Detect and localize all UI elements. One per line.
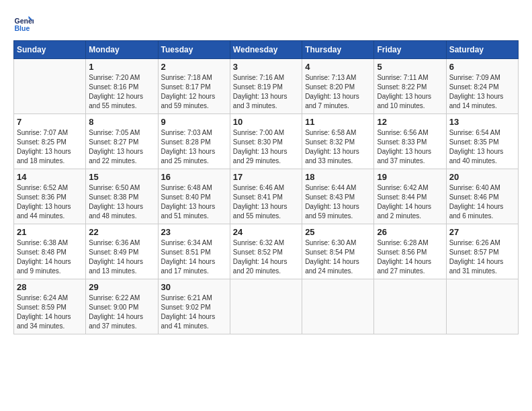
day-number: 5 (377, 62, 443, 72)
day-info: Sunrise: 6:44 AM Sunset: 8:43 PM Dayligh… (305, 183, 371, 221)
day-number: 1 (89, 62, 154, 72)
calendar-cell: 8Sunrise: 7:05 AM Sunset: 8:27 PM Daylig… (86, 114, 158, 169)
day-number: 24 (233, 227, 299, 237)
calendar-cell: 6Sunrise: 7:09 AM Sunset: 8:24 PM Daylig… (446, 59, 518, 114)
day-number: 15 (89, 172, 154, 182)
day-number: 7 (17, 117, 83, 127)
calendar-cell: 25Sunrise: 6:30 AM Sunset: 8:54 PM Dayli… (302, 224, 374, 279)
day-info: Sunrise: 7:00 AM Sunset: 8:30 PM Dayligh… (233, 128, 299, 166)
calendar-cell: 5Sunrise: 7:11 AM Sunset: 8:22 PM Daylig… (374, 59, 446, 114)
day-number: 22 (89, 227, 154, 237)
day-info: Sunrise: 6:56 AM Sunset: 8:33 PM Dayligh… (377, 128, 443, 166)
day-info: Sunrise: 6:58 AM Sunset: 8:32 PM Dayligh… (305, 128, 371, 166)
weekday-header: Thursday (302, 41, 374, 59)
calendar-cell: 18Sunrise: 6:44 AM Sunset: 8:43 PM Dayli… (302, 169, 374, 224)
calendar-cell: 20Sunrise: 6:40 AM Sunset: 8:46 PM Dayli… (446, 169, 518, 224)
calendar-cell: 2Sunrise: 7:18 AM Sunset: 8:17 PM Daylig… (158, 59, 230, 114)
day-info: Sunrise: 6:42 AM Sunset: 8:44 PM Dayligh… (377, 183, 443, 221)
calendar-cell: 4Sunrise: 7:13 AM Sunset: 8:20 PM Daylig… (302, 59, 374, 114)
svg-text:Blue: Blue (15, 24, 30, 32)
day-info: Sunrise: 7:11 AM Sunset: 8:22 PM Dayligh… (377, 73, 443, 111)
day-number: 19 (377, 172, 443, 182)
weekday-header: Wednesday (230, 41, 302, 59)
day-info: Sunrise: 7:07 AM Sunset: 8:25 PM Dayligh… (17, 128, 83, 166)
day-number: 21 (17, 227, 83, 237)
calendar-cell: 14Sunrise: 6:52 AM Sunset: 8:36 PM Dayli… (14, 169, 86, 224)
day-number: 20 (449, 172, 515, 182)
day-info: Sunrise: 7:03 AM Sunset: 8:28 PM Dayligh… (161, 128, 227, 166)
calendar-table: SundayMondayTuesdayWednesdayThursdayFrid… (13, 40, 519, 334)
calendar-cell (230, 279, 302, 334)
calendar-cell: 29Sunrise: 6:22 AM Sunset: 9:00 PM Dayli… (86, 279, 158, 334)
weekday-header: Sunday (14, 41, 86, 59)
calendar-cell (374, 279, 446, 334)
calendar-cell: 15Sunrise: 6:50 AM Sunset: 8:38 PM Dayli… (86, 169, 158, 224)
weekday-header: Tuesday (158, 41, 230, 59)
weekday-header-row: SundayMondayTuesdayWednesdayThursdayFrid… (14, 41, 519, 59)
calendar-cell: 27Sunrise: 6:26 AM Sunset: 8:57 PM Dayli… (446, 224, 518, 279)
day-info: Sunrise: 6:30 AM Sunset: 8:54 PM Dayligh… (305, 238, 371, 276)
day-number: 8 (89, 117, 154, 127)
day-info: Sunrise: 6:38 AM Sunset: 8:48 PM Dayligh… (17, 238, 83, 276)
calendar-cell (302, 279, 374, 334)
logo: General Blue (13, 13, 35, 34)
calendar-cell: 7Sunrise: 7:07 AM Sunset: 8:25 PM Daylig… (14, 114, 86, 169)
day-info: Sunrise: 6:50 AM Sunset: 8:38 PM Dayligh… (89, 183, 154, 221)
day-number: 13 (449, 117, 515, 127)
calendar-week-row: 14Sunrise: 6:52 AM Sunset: 8:36 PM Dayli… (14, 169, 519, 224)
day-number: 2 (161, 62, 227, 72)
calendar-cell: 1Sunrise: 7:20 AM Sunset: 8:16 PM Daylig… (86, 59, 158, 114)
calendar-week-row: 1Sunrise: 7:20 AM Sunset: 8:16 PM Daylig… (14, 59, 519, 114)
calendar-cell: 9Sunrise: 7:03 AM Sunset: 8:28 PM Daylig… (158, 114, 230, 169)
day-info: Sunrise: 6:32 AM Sunset: 8:52 PM Dayligh… (233, 238, 299, 276)
calendar-cell: 26Sunrise: 6:28 AM Sunset: 8:56 PM Dayli… (374, 224, 446, 279)
day-number: 17 (233, 172, 299, 182)
calendar-cell: 21Sunrise: 6:38 AM Sunset: 8:48 PM Dayli… (14, 224, 86, 279)
weekday-header: Friday (374, 41, 446, 59)
day-number: 26 (377, 227, 443, 237)
calendar-cell: 13Sunrise: 6:54 AM Sunset: 8:35 PM Dayli… (446, 114, 518, 169)
day-number: 9 (161, 117, 227, 127)
day-info: Sunrise: 7:05 AM Sunset: 8:27 PM Dayligh… (89, 128, 154, 166)
day-number: 23 (161, 227, 227, 237)
calendar-cell: 24Sunrise: 6:32 AM Sunset: 8:52 PM Dayli… (230, 224, 302, 279)
weekday-header: Saturday (446, 41, 518, 59)
day-info: Sunrise: 6:40 AM Sunset: 8:46 PM Dayligh… (449, 183, 515, 221)
calendar-cell: 17Sunrise: 6:46 AM Sunset: 8:41 PM Dayli… (230, 169, 302, 224)
calendar-cell (446, 279, 518, 334)
day-info: Sunrise: 7:09 AM Sunset: 8:24 PM Dayligh… (449, 73, 515, 111)
day-number: 27 (449, 227, 515, 237)
day-info: Sunrise: 7:13 AM Sunset: 8:20 PM Dayligh… (305, 73, 371, 111)
calendar-cell: 11Sunrise: 6:58 AM Sunset: 8:32 PM Dayli… (302, 114, 374, 169)
day-number: 6 (449, 62, 515, 72)
calendar-cell: 16Sunrise: 6:48 AM Sunset: 8:40 PM Dayli… (158, 169, 230, 224)
calendar-cell: 23Sunrise: 6:34 AM Sunset: 8:51 PM Dayli… (158, 224, 230, 279)
day-info: Sunrise: 7:18 AM Sunset: 8:17 PM Dayligh… (161, 73, 227, 111)
calendar-week-row: 21Sunrise: 6:38 AM Sunset: 8:48 PM Dayli… (14, 224, 519, 279)
day-info: Sunrise: 6:28 AM Sunset: 8:56 PM Dayligh… (377, 238, 443, 276)
calendar-cell: 12Sunrise: 6:56 AM Sunset: 8:33 PM Dayli… (374, 114, 446, 169)
day-info: Sunrise: 6:26 AM Sunset: 8:57 PM Dayligh… (449, 238, 515, 276)
day-info: Sunrise: 6:52 AM Sunset: 8:36 PM Dayligh… (17, 183, 83, 221)
day-number: 12 (377, 117, 443, 127)
day-info: Sunrise: 6:22 AM Sunset: 9:00 PM Dayligh… (89, 293, 154, 331)
day-info: Sunrise: 6:36 AM Sunset: 8:49 PM Dayligh… (89, 238, 154, 276)
page-header: General Blue (13, 13, 519, 34)
day-number: 3 (233, 62, 299, 72)
day-info: Sunrise: 6:46 AM Sunset: 8:41 PM Dayligh… (233, 183, 299, 221)
calendar-cell: 22Sunrise: 6:36 AM Sunset: 8:49 PM Dayli… (86, 224, 158, 279)
day-info: Sunrise: 7:16 AM Sunset: 8:19 PM Dayligh… (233, 73, 299, 111)
day-number: 29 (89, 282, 154, 292)
day-info: Sunrise: 6:24 AM Sunset: 8:59 PM Dayligh… (17, 293, 83, 331)
calendar-cell: 10Sunrise: 7:00 AM Sunset: 8:30 PM Dayli… (230, 114, 302, 169)
calendar-cell: 19Sunrise: 6:42 AM Sunset: 8:44 PM Dayli… (374, 169, 446, 224)
logo-icon: General Blue (13, 13, 34, 34)
day-number: 18 (305, 172, 371, 182)
day-number: 30 (161, 282, 227, 292)
calendar-week-row: 28Sunrise: 6:24 AM Sunset: 8:59 PM Dayli… (14, 279, 519, 334)
day-info: Sunrise: 6:48 AM Sunset: 8:40 PM Dayligh… (161, 183, 227, 221)
calendar-cell (14, 59, 86, 114)
day-number: 4 (305, 62, 371, 72)
calendar-week-row: 7Sunrise: 7:07 AM Sunset: 8:25 PM Daylig… (14, 114, 519, 169)
day-info: Sunrise: 7:20 AM Sunset: 8:16 PM Dayligh… (89, 73, 154, 111)
